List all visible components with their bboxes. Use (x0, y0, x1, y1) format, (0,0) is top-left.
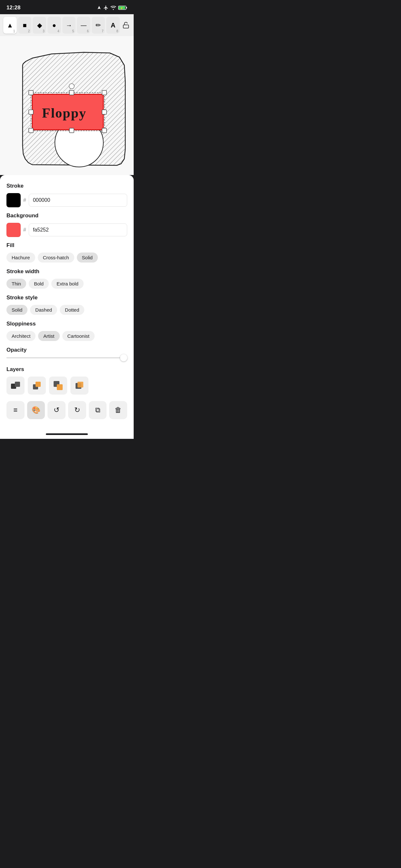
sloppiness-cartoonist[interactable]: Cartoonist (62, 331, 95, 341)
svg-rect-16 (102, 128, 106, 133)
svg-rect-11 (102, 90, 106, 95)
stroke-style-options: Solid Dashed Dotted (6, 305, 127, 315)
delete-button[interactable]: 🗑 (109, 401, 127, 419)
bg-color-swatch[interactable] (6, 223, 21, 237)
bg-color-input[interactable] (29, 223, 127, 237)
home-indicator-bar (46, 433, 88, 435)
layer-icon-1 (10, 380, 21, 391)
layer-btn-3[interactable] (49, 376, 67, 395)
duplicate-button[interactable]: ⧉ (89, 401, 107, 419)
svg-rect-24 (57, 384, 63, 390)
stroke-color-input[interactable] (29, 194, 127, 207)
battery-icon: ⚡ (118, 5, 127, 10)
text-icon: A (111, 22, 115, 28)
svg-rect-12 (29, 110, 33, 114)
tool-text[interactable]: A 8 (106, 17, 120, 34)
properties-panel: Stroke # Background # Fill Hachure Cross… (0, 175, 134, 431)
style-icon: 🎨 (32, 406, 40, 414)
stroke-hash-symbol: # (23, 197, 26, 203)
tool-select[interactable]: ▲ 1 (3, 17, 17, 34)
canvas-area[interactable]: Floppy (0, 36, 134, 175)
airplane-icon (103, 5, 109, 10)
menu-icon: ≡ (13, 406, 18, 414)
toolbar: ▲ 1 ■ 2 ◆ 3 ● 4 → 5 — 6 ✏ 7 A 8 (0, 14, 134, 36)
lock-button[interactable] (121, 20, 130, 31)
layer-icon-3 (53, 380, 63, 391)
fill-options: Hachure Cross-hatch Solid (6, 252, 127, 262)
svg-rect-20 (15, 382, 20, 387)
select-icon: ▲ (7, 22, 13, 28)
circle-icon: ● (52, 22, 56, 28)
background-label: Background (6, 213, 127, 219)
svg-point-17 (69, 84, 74, 89)
layers-row (6, 376, 127, 395)
bg-hash-symbol: # (23, 227, 26, 233)
fill-crosshatch[interactable]: Cross-hatch (38, 252, 74, 262)
layers-label: Layers (6, 366, 127, 373)
layer-icon-2 (32, 380, 42, 391)
svg-rect-9 (29, 90, 33, 95)
svg-rect-14 (29, 128, 33, 133)
stroke-style-solid[interactable]: Solid (6, 305, 27, 315)
layer-btn-4[interactable] (70, 376, 89, 395)
fill-hachure[interactable]: Hachure (6, 252, 35, 262)
lock-open-icon (122, 22, 129, 29)
svg-rect-22 (35, 382, 41, 387)
pencil-icon: ✏ (96, 22, 101, 28)
tool-circle[interactable]: ● 4 (48, 17, 61, 34)
svg-rect-10 (69, 90, 74, 95)
tool-arrow[interactable]: → 5 (62, 17, 76, 34)
fill-solid[interactable]: Solid (77, 252, 98, 262)
sloppiness-artist[interactable]: Artist (38, 331, 59, 341)
stroke-style-dashed[interactable]: Dashed (30, 305, 57, 315)
tool-line[interactable]: — 6 (77, 17, 90, 34)
duplicate-icon: ⧉ (95, 406, 100, 414)
stroke-width-bold[interactable]: Bold (29, 279, 49, 289)
fill-label: Fill (6, 242, 127, 249)
style-button[interactable]: 🎨 (27, 401, 45, 419)
layer-btn-2[interactable] (28, 376, 46, 395)
opacity-slider-container[interactable] (6, 357, 127, 359)
rect-icon: ■ (23, 22, 27, 28)
arrow-icon: → (66, 22, 72, 28)
line-icon: — (81, 22, 87, 28)
stroke-width-extrabold[interactable]: Extra bold (51, 279, 84, 289)
trash-icon: 🗑 (115, 406, 122, 414)
location-icon (97, 5, 101, 10)
svg-rect-15 (69, 128, 74, 133)
opacity-track (6, 357, 127, 359)
bg-color-row: # (6, 223, 127, 237)
menu-button[interactable]: ≡ (6, 401, 25, 419)
sloppiness-options: Architect Artist Cartoonist (6, 331, 127, 341)
stroke-width-thin[interactable]: Thin (6, 279, 26, 289)
tool-diamond[interactable]: ◆ 3 (33, 17, 46, 34)
action-bar: ≡ 🎨 ↺ ↻ ⧉ 🗑 (6, 401, 127, 419)
status-time: 12:28 (6, 4, 20, 11)
home-indicator-area (0, 431, 134, 439)
redo-icon: ↻ (74, 406, 80, 414)
status-icons: ⚡ (97, 5, 127, 10)
tool-rect[interactable]: ■ 2 (18, 17, 32, 34)
svg-text:Floppy: Floppy (42, 105, 87, 120)
status-bar: 12:28 ⚡ (0, 0, 134, 14)
opacity-fill (6, 357, 121, 359)
undo-button[interactable]: ↺ (48, 401, 66, 419)
svg-rect-13 (102, 110, 106, 114)
stroke-width-options: Thin Bold Extra bold (6, 279, 127, 289)
canvas-svg: Floppy (0, 36, 134, 175)
opacity-label: Opacity (6, 347, 127, 353)
svg-text:⚡: ⚡ (120, 6, 123, 10)
stroke-style-dotted[interactable]: Dotted (60, 305, 84, 315)
svg-rect-1 (126, 7, 127, 8)
diamond-icon: ◆ (37, 22, 42, 28)
layer-icon-4 (74, 380, 85, 391)
tool-pencil[interactable]: ✏ 7 (92, 17, 105, 34)
redo-button[interactable]: ↻ (68, 401, 86, 419)
stroke-width-label: Stroke width (6, 268, 127, 275)
opacity-thumb[interactable] (120, 354, 127, 361)
sloppiness-architect[interactable]: Architect (6, 331, 35, 341)
svg-rect-26 (78, 382, 83, 388)
layer-btn-1[interactable] (6, 376, 25, 395)
wifi-icon (111, 5, 116, 10)
stroke-color-swatch[interactable] (6, 193, 21, 207)
